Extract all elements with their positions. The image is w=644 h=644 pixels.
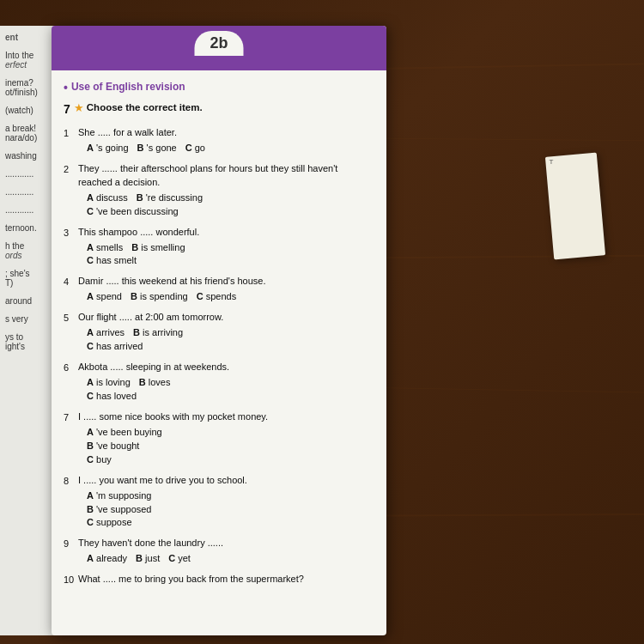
q8-optB: B 've supposed xyxy=(87,503,152,517)
left-sidebar: ent Into the erfect inema? ot/finish) (w… xyxy=(0,26,56,635)
sidebar-section-cinema: inema? ot/finish) xyxy=(5,78,51,97)
question-2: 2 They ...... their afterschool plans fo… xyxy=(64,162,374,219)
q6-optC: C has loved xyxy=(87,390,137,404)
sidebar-section-watch: (watch) xyxy=(5,106,51,115)
q9-optA: A already xyxy=(87,552,127,566)
q5-content: Our flight ..... at 2:00 am tomorrow. A … xyxy=(78,311,374,354)
q1-optB: B 's gone xyxy=(137,142,177,155)
sidebar-section-ys: ys to ight's xyxy=(5,332,51,351)
page-header: 2b xyxy=(52,26,386,70)
q9-optC: C yet xyxy=(168,552,191,566)
question-10: 10 What ..... me to bring you back from … xyxy=(64,573,374,588)
q7-text: I ..... some nice books with my pocket m… xyxy=(78,410,374,424)
q4-optB: B is spending xyxy=(131,290,188,304)
question-9: 9 They haven't done the laundry ...... A… xyxy=(64,537,374,566)
sidebar-text-erfect: erfect xyxy=(5,60,51,70)
q7-options-b: B 've bought xyxy=(87,440,374,453)
sidebar-text-finish: ot/finish) xyxy=(5,88,51,97)
q1-text: She ..... for a walk later. xyxy=(78,126,374,140)
q6-options-row2: C has loved xyxy=(87,390,374,404)
sidebar-text-inema: inema? xyxy=(5,78,51,88)
q7-optA: A 've been buying xyxy=(87,426,162,440)
q5-optA: A arrives xyxy=(87,326,125,340)
q1-optA: A 's going xyxy=(87,142,129,155)
tab-label: 2b xyxy=(194,31,243,56)
q1-optC: C go xyxy=(185,142,205,155)
sidebar-dots-2: ............ xyxy=(5,187,51,197)
q2-content: They ...... their afterschool plans for … xyxy=(78,162,374,219)
q2-optA: A discuss xyxy=(87,191,128,205)
sidebar-text-ternoon: ternoon. xyxy=(5,223,51,233)
q8-text: I ..... you want me to drive you to scho… xyxy=(78,474,374,488)
q6-number: 6 xyxy=(64,361,76,375)
question-4: 4 Damir ..... this weekend at his friend… xyxy=(64,275,374,304)
q7-optC: C buy xyxy=(87,453,112,467)
sidebar-dots-1: ............ xyxy=(5,169,51,179)
page-content: • Use of English revision 7 ★ Choose the… xyxy=(52,70,386,604)
q8-number: 8 xyxy=(64,475,76,489)
q9-text: They haven't done the laundry ...... xyxy=(78,537,374,550)
q2-options: A discuss B 're discussing xyxy=(87,191,374,205)
q1-number: 1 xyxy=(64,127,76,141)
q7-optB: B 've bought xyxy=(87,440,139,453)
question-1: 1 She ..... for a walk later. A 's going… xyxy=(64,126,374,155)
q9-options: A already B just C yet xyxy=(87,552,374,566)
q7-options-c: C buy xyxy=(87,453,374,467)
sidebar-text-into: Into the xyxy=(5,51,51,60)
sidebar-section-washing: washing xyxy=(5,151,51,161)
q10-number: 10 xyxy=(64,574,76,587)
star-icon: ★ xyxy=(74,100,84,117)
q3-options: A smells B is smelling xyxy=(87,241,374,255)
q9-number: 9 xyxy=(64,538,76,551)
q1-content: She ..... for a walk later. A 's going B… xyxy=(78,126,374,155)
bullet-icon: • xyxy=(64,79,68,96)
question-8: 8 I ..... you want me to drive you to sc… xyxy=(64,474,374,531)
sidebar-text-svery: s very xyxy=(5,314,51,324)
sidebar-dots-3: ............ xyxy=(5,205,51,215)
q7-options-a: A 've been buying xyxy=(87,426,374,440)
q3-number: 3 xyxy=(64,227,76,240)
q3-text: This shampoo ..... wonderful. xyxy=(78,226,374,240)
q8-options-c: C suppose xyxy=(87,516,374,530)
section-title: • Use of English revision xyxy=(64,79,374,96)
exercise-number: 7 xyxy=(64,100,70,118)
q2-optB: B 're discussing xyxy=(137,191,203,205)
q5-optB: B is arriving xyxy=(133,326,183,340)
q6-optA: A is loving xyxy=(87,376,131,390)
sidebar-text-watch: (watch) xyxy=(5,106,51,115)
sidebar-text-nara: nara/do) xyxy=(5,133,51,143)
question-5: 5 Our flight ..... at 2:00 am tomorrow. … xyxy=(64,311,374,354)
question-6: 6 Akbota ..... sleeping in at weekends. … xyxy=(64,361,374,404)
q7-content: I ..... some nice books with my pocket m… xyxy=(78,410,374,467)
q3-optB: B is smelling xyxy=(131,241,185,255)
q5-number: 5 xyxy=(64,312,76,325)
q4-optC: C spends xyxy=(197,290,236,304)
sidebar-text-ent: ent xyxy=(5,33,51,42)
q4-options: A spend B is spending C spends xyxy=(87,290,374,304)
q8-options-a: A 'm supposing xyxy=(87,489,374,503)
q6-text: Akbota ..... sleeping in at weekends. xyxy=(78,361,374,374)
q2-options-row2: C 've been discussing xyxy=(87,205,374,219)
q5-text: Our flight ..... at 2:00 am tomorrow. xyxy=(78,311,374,325)
sidebar-text-around: around xyxy=(5,296,51,306)
q2-optC: C 've been discussing xyxy=(87,205,179,219)
q2-number: 2 xyxy=(64,163,76,177)
q6-content: Akbota ..... sleeping in at weekends. A … xyxy=(78,361,374,404)
q9-optB: B just xyxy=(136,552,160,566)
main-page: 2b • Use of English revision 7 ★ Choose … xyxy=(52,26,386,635)
q8-optC: C suppose xyxy=(87,516,132,530)
q10-text: What ..... me to bring you back from the… xyxy=(78,573,374,586)
question-3: 3 This shampoo ..... wonderful. A smells… xyxy=(64,226,374,269)
sidebar-section-hthe: h the ords xyxy=(5,241,51,260)
q4-text: Damir ..... this weekend at his friend's… xyxy=(78,275,374,289)
folded-paper: T xyxy=(545,153,605,260)
q3-optC: C has smelt xyxy=(87,254,137,268)
exercise-7: 7 ★ Choose the correct item. 1 She .....… xyxy=(64,100,374,588)
sidebar-section-svery: s very xyxy=(5,314,51,324)
q9-content: They haven't done the laundry ...... A a… xyxy=(78,537,374,566)
sidebar-text-hthe: h the xyxy=(5,241,51,251)
q5-options: A arrives B is arriving xyxy=(87,326,374,340)
sidebar-section-into: Into the erfect xyxy=(5,51,51,70)
q2-text: They ...... their afterschool plans for … xyxy=(78,162,374,190)
q7-number: 7 xyxy=(64,411,76,425)
